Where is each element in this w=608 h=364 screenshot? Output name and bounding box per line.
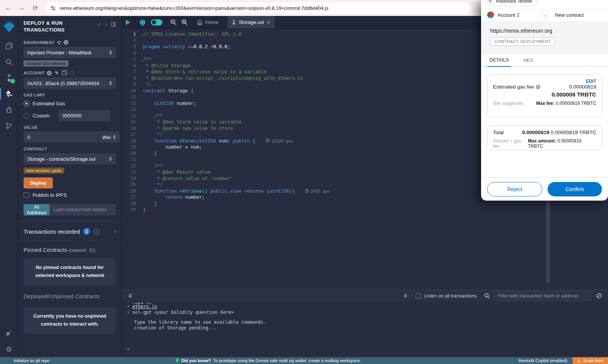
total-value: 0.00000819 0.00000819 TRBTC: [522, 130, 596, 135]
panel-check-icon: ✓: [97, 21, 102, 27]
from-account: Account 2: [497, 12, 519, 18]
transactions-count-badge: 1: [83, 228, 90, 235]
total-label: Total: [493, 130, 504, 135]
value-input[interactable]: [24, 131, 98, 143]
creation-pending-message: creation of Storage pending...: [134, 325, 608, 331]
origin-url: https://remix.ethereum.org: [490, 28, 599, 34]
publish-ipfs-label: Publish to IPFS: [33, 192, 67, 198]
plugin-manager-icon[interactable]: [0, 325, 18, 341]
account-select[interactable]: 0xA03...85ac4 (0.398673504934: [24, 78, 116, 89]
site-suggested-label: Site suggested: [493, 101, 523, 106]
transaction-filter-input[interactable]: [494, 291, 591, 301]
transactions-info-icon[interactable]: i: [94, 229, 100, 234]
origin-section: https://remix.ethereum.org CONTRACT DEPL…: [481, 22, 608, 54]
panel-title: DEPLOY & RUN TRANSACTIONS: [24, 20, 84, 33]
max-amount: Max amount: 0.00000819 TRBTC: [528, 138, 596, 149]
site-info-icon[interactable]: [50, 5, 56, 11]
search-icon[interactable]: [0, 54, 18, 70]
panel-forward-icon[interactable]: ›: [105, 21, 107, 27]
address-bar[interactable]: remix.ethereum.org/#lang=en&optimize=fal…: [45, 2, 471, 14]
listen-all-label: Listen on all transactions: [424, 293, 477, 299]
back-icon[interactable]: ←: [2, 2, 14, 14]
chevron-right-icon[interactable]: ›: [114, 228, 116, 235]
tab-details[interactable]: DETAILS: [487, 57, 511, 67]
reject-button[interactable]: Reject: [487, 182, 542, 196]
terminal-prompt[interactable]: >: [127, 347, 608, 352]
arrow-right-icon: →: [540, 10, 549, 19]
source-control-icon[interactable]: [0, 118, 18, 134]
deploy-and-run-icon[interactable]: [0, 86, 18, 102]
tab-hex[interactable]: HEX: [521, 58, 535, 66]
code-line: 28 }: [122, 201, 608, 207]
gas-estimate-badge: 22520 gas: [266, 138, 293, 144]
transaction-count: 0: [404, 293, 407, 299]
to-contract: New contract: [545, 8, 608, 21]
copilot-status[interactable]: RemixAI Copilot (enabled): [519, 358, 567, 363]
add-account-icon[interactable]: +: [47, 71, 52, 76]
publish-ipfs-checkbox[interactable]: [24, 192, 29, 198]
environment-info-icon[interactable]: i: [63, 40, 68, 45]
copy-account-icon[interactable]: [62, 71, 66, 75]
warning-icon: ⚠: [577, 358, 581, 363]
at-address-input[interactable]: [49, 204, 116, 215]
tab-home[interactable]: Home: [192, 19, 223, 25]
at-address-button[interactable]: At Address: [24, 204, 49, 215]
pin-panel-icon[interactable]: [111, 22, 116, 27]
debugger-icon[interactable]: [0, 102, 18, 118]
terminal-drag-handle[interactable]: [122, 283, 608, 290]
remixai-robot-icon[interactable]: [139, 19, 146, 26]
popup-tabs: DETAILS HEX: [481, 54, 608, 67]
custom-gas-input[interactable]: [59, 110, 110, 121]
estimated-gas-radio[interactable]: [24, 101, 29, 106]
amount-gas-label: Amount + gas fee: [493, 138, 528, 149]
sol-gpt-line: sol-gpt <your Solidity question here>: [132, 310, 234, 315]
pinned-contracts-heading: Pinned Contracts (network: 31): [18, 241, 121, 253]
chevron-updown-icon: [109, 157, 112, 161]
contract-deployment-tag: CONTRACT DEPLOYMENT: [490, 37, 555, 46]
forward-icon[interactable]: →: [16, 2, 27, 14]
transactions-recorded-row[interactable]: Transactions recorded 1 i ›: [18, 222, 121, 241]
copilot-toggle[interactable]: [151, 19, 162, 25]
ethers-link[interactable]: ethers.js: [132, 304, 157, 310]
environment-select[interactable]: Injected Provider - MetaMask: [24, 47, 116, 58]
init-git-repo-button[interactable]: Initialize as git repo: [14, 358, 49, 363]
tab-storage-sol[interactable]: Storage.sol ×: [227, 16, 275, 28]
environment-label: ENVIRONMENT i: [24, 40, 116, 45]
sign-message-icon[interactable]: ✎: [55, 70, 59, 76]
pinned-empty-message: No pinned contracts found for selected w…: [24, 258, 116, 285]
terminal-message: Type the library name to see available c…: [134, 320, 608, 325]
close-tab-icon[interactable]: ×: [267, 19, 270, 25]
terminal-search-icon[interactable]: [484, 293, 490, 299]
gas-fee-card: EDIT Estimated gas fee i 0.00000819 0.00…: [487, 74, 602, 117]
custom-gas-label: Custom: [33, 113, 50, 119]
contract-select[interactable]: Storage - contracts/Storage.sol: [24, 153, 116, 165]
collapse-terminal-icon[interactable]: [128, 293, 133, 299]
solidity-file-icon: [232, 19, 236, 25]
deploy-button[interactable]: Deploy: [24, 177, 53, 188]
scam-alert-button[interactable]: ⚠ Scam Alert: [573, 357, 608, 364]
solidity-compiler-icon[interactable]: ✓: [0, 70, 18, 86]
remix-logo-icon[interactable]: [0, 16, 18, 38]
edit-gas-link[interactable]: EDIT: [493, 79, 596, 84]
network-pill[interactable]: R Rootstock Testnet: [485, 0, 537, 6]
zoom-out-icon[interactable]: [170, 19, 177, 25]
clear-filter-icon[interactable]: [596, 293, 602, 299]
compile-success-badge: ✓: [10, 79, 15, 84]
settings-gear-icon[interactable]: ⚙: [0, 341, 18, 357]
chevron-updown-icon: [109, 50, 112, 55]
confirm-button[interactable]: Confirm: [548, 182, 602, 196]
value-unit-select[interactable]: Wei: [98, 131, 120, 143]
total-card: Total 0.00000819 0.00000819 TRBTC Amount…: [487, 125, 602, 150]
custom-gas-radio[interactable]: [24, 113, 29, 119]
listen-all-checkbox[interactable]: [416, 293, 421, 299]
gas-info-icon[interactable]: i: [536, 85, 540, 89]
zoom-in-icon[interactable]: [181, 19, 188, 25]
refresh-accounts-icon[interactable]: [70, 71, 74, 75]
run-script-icon[interactable]: [125, 19, 131, 25]
url-text: remix.ethereum.org/#lang=en&optimize=fal…: [60, 5, 328, 11]
terminal-header: 0 Listen on all transactions: [122, 290, 608, 301]
code-line: 29}: [122, 207, 608, 213]
reload-icon[interactable]: ⟳: [30, 2, 41, 14]
file-explorer-icon[interactable]: [0, 38, 18, 54]
plug-icon: [57, 40, 61, 44]
